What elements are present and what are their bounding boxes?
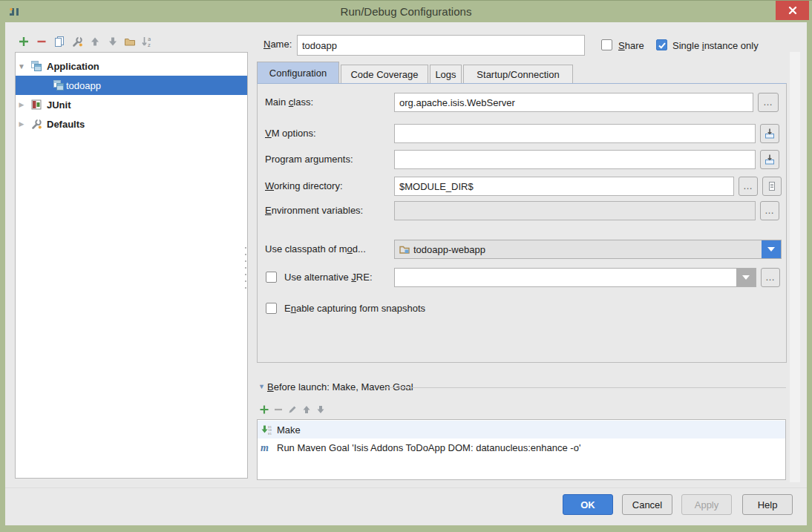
remove-icon[interactable]	[36, 36, 48, 47]
ellipsis-icon: …	[763, 99, 773, 106]
alternative-jre-combobox[interactable]	[394, 268, 756, 287]
before-launch-item-label: Run Maven Goal 'Isis Addons ToDoApp DOM:…	[277, 442, 580, 453]
before-launch-item-label: Make	[277, 424, 301, 436]
ellipsis-icon: …	[743, 183, 753, 190]
name-input[interactable]	[297, 35, 585, 56]
working-directory-macros-button[interactable]	[762, 177, 782, 196]
remove-icon[interactable]	[273, 404, 284, 415]
vm-options-input[interactable]	[394, 124, 756, 143]
tree-item-todoapp[interactable]: todoapp	[16, 76, 247, 95]
tree-group-junit[interactable]: ▶ JUnit	[16, 95, 247, 114]
move-up-icon[interactable]	[89, 36, 101, 47]
wrench-icon	[30, 118, 42, 130]
chevron-expanded-icon[interactable]: ▼	[17, 62, 26, 70]
junit-icon	[30, 99, 42, 111]
move-up-icon[interactable]	[301, 404, 312, 415]
expand-field-icon	[764, 154, 776, 165]
add-icon[interactable]	[259, 404, 269, 415]
scrollbar-track[interactable]	[790, 52, 800, 482]
vm-options-expand-button[interactable]	[760, 124, 779, 143]
main-class-label: Main class:	[265, 96, 313, 108]
expand-field-icon	[764, 128, 776, 139]
svg-text:a: a	[148, 36, 151, 42]
application-icon	[53, 79, 65, 91]
titlebar[interactable]: Run/Debug Configurations	[0, 0, 812, 22]
application-icon	[30, 60, 42, 72]
dialog-content: az ▼ Application todoapp ▶ JUnit	[5, 22, 807, 525]
footer-divider	[5, 487, 807, 488]
svg-text:01: 01	[268, 431, 272, 435]
copy-icon[interactable]	[53, 36, 65, 47]
move-down-icon[interactable]	[315, 404, 326, 415]
environment-variables-label: Environment variables:	[265, 205, 363, 216]
apply-button[interactable]: Apply	[681, 494, 732, 515]
ok-button[interactable]: OK	[563, 494, 613, 515]
alternative-jre-label[interactable]: Use alternative JRE:	[284, 272, 373, 283]
environment-variables-browse-button[interactable]: …	[760, 201, 779, 220]
tab-code-coverage[interactable]: Code Coverage	[341, 65, 428, 83]
help-button[interactable]: Help	[742, 494, 793, 515]
working-directory-label: Working directory:	[265, 180, 343, 191]
before-launch-list: 011001 Make m Run Maven Goal 'Isis Addon…	[257, 419, 786, 480]
single-instance-label[interactable]: Single instance only	[672, 40, 759, 51]
main-class-browse-button[interactable]: …	[758, 93, 779, 112]
chevron-down-icon[interactable]	[762, 240, 781, 258]
sort-alpha-icon[interactable]: az	[141, 36, 153, 47]
edit-icon[interactable]	[287, 404, 298, 415]
alternative-jre-browse-button[interactable]: …	[761, 268, 780, 287]
program-arguments-input[interactable]	[394, 150, 756, 169]
before-launch-item-maven-goal[interactable]: m Run Maven Goal 'Isis Addons ToDoApp DO…	[258, 439, 785, 456]
ellipsis-icon: …	[765, 274, 776, 281]
alternative-jre-checkbox[interactable]	[266, 272, 277, 283]
before-launch-item-make[interactable]: 011001 Make	[258, 421, 785, 439]
panel-splitter[interactable]	[244, 247, 247, 289]
close-button[interactable]	[776, 1, 809, 20]
form-snapshots-label[interactable]: Enable capturing form snapshots	[284, 303, 425, 314]
maven-icon: m	[261, 442, 272, 453]
configurations-tree: ▼ Application todoapp ▶ JUnit ▶	[15, 52, 248, 479]
configuration-tab-panel: Main class: … VM options: Program argume…	[257, 83, 787, 363]
tab-startup-connection[interactable]: Startup/Connection	[463, 65, 573, 83]
share-checkbox[interactable]	[601, 39, 612, 50]
check-icon	[658, 41, 667, 50]
make-icon: 011001	[261, 424, 272, 436]
tree-group-application[interactable]: ▼ Application	[16, 56, 247, 76]
tab-label: Code Coverage	[350, 69, 418, 80]
classpath-module-label: Use classpath of mod...	[265, 243, 366, 254]
module-icon	[399, 243, 410, 255]
tab-label: Startup/Connection	[477, 69, 559, 80]
tab-logs[interactable]: Logs	[430, 65, 462, 83]
tree-group-defaults[interactable]: ▶ Defaults	[16, 114, 247, 134]
add-icon[interactable]	[18, 36, 30, 47]
tree-group-label: JUnit	[47, 99, 71, 111]
form-snapshots-checkbox[interactable]	[266, 303, 277, 314]
svg-text:z: z	[148, 42, 151, 47]
environment-variables-input[interactable]	[394, 201, 756, 220]
window-title: Run/Debug Configurations	[0, 1, 812, 23]
tree-group-label: Application	[47, 61, 99, 72]
classpath-module-combobox[interactable]: todoapp-webapp	[394, 240, 782, 259]
chevron-collapsed-icon[interactable]: ▶	[17, 101, 26, 108]
share-label[interactable]: Share	[618, 40, 644, 51]
close-icon	[788, 5, 798, 16]
tab-label: Logs	[435, 69, 456, 80]
run-debug-configurations-dialog: Run/Debug Configurations az ▼	[0, 0, 812, 532]
working-directory-browse-button[interactable]: …	[739, 177, 758, 196]
ellipsis-icon: …	[764, 207, 775, 214]
program-arguments-expand-button[interactable]	[760, 150, 779, 169]
single-instance-checkbox[interactable]	[656, 39, 667, 50]
edit-defaults-icon[interactable]	[71, 36, 83, 47]
classpath-module-value: todoapp-webapp	[410, 244, 485, 255]
main-class-input[interactable]	[394, 93, 753, 112]
chevron-collapsed-icon[interactable]: ▶	[17, 120, 26, 128]
name-label: Name:	[263, 39, 292, 50]
new-folder-icon[interactable]	[124, 36, 136, 47]
collapse-triangle-icon[interactable]: ▼	[258, 383, 265, 390]
tree-item-label: todoapp	[66, 80, 101, 91]
cancel-button[interactable]: Cancel	[622, 494, 672, 515]
variables-list-icon	[766, 180, 778, 192]
working-directory-input[interactable]	[394, 177, 734, 196]
section-divider	[385, 387, 786, 388]
move-down-icon[interactable]	[107, 36, 119, 47]
tab-configuration[interactable]: Configuration	[257, 62, 339, 83]
